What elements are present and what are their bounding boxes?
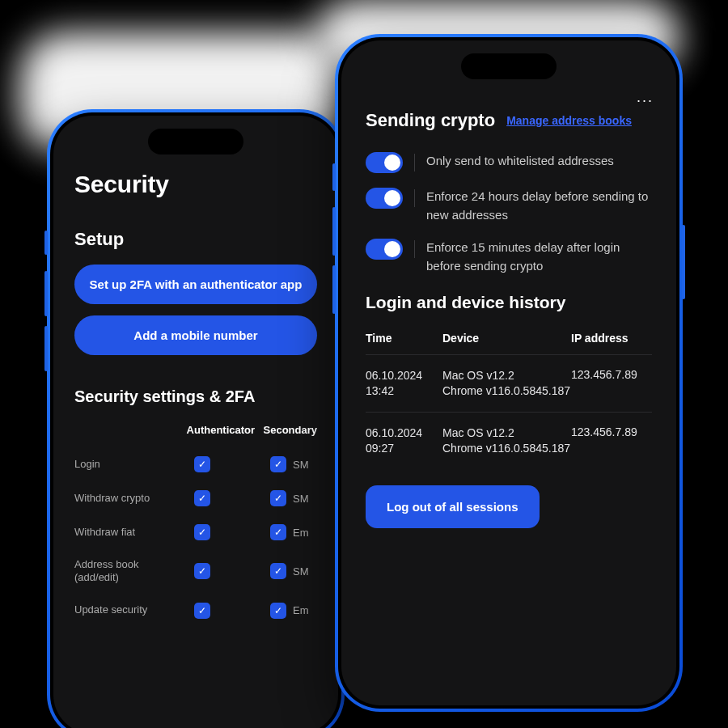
row-label: Withdraw crypto	[74, 492, 171, 505]
row-label: Address book (add/edit)	[74, 558, 171, 585]
history-row: 06.10.2024 09:27 Mac OS v12.2 Chrome v11…	[366, 413, 652, 469]
secondary-checkbox[interactable]: ✓	[270, 603, 286, 619]
authenticator-checkbox[interactable]: ✓	[194, 563, 210, 579]
secondary-checkbox[interactable]: ✓	[270, 490, 286, 506]
add-mobile-button[interactable]: Add a mobile number	[74, 315, 317, 355]
col-ip: IP address	[571, 332, 652, 345]
secondary-method: SM	[293, 565, 309, 578]
col-authenticator: Authenticator	[171, 424, 259, 436]
secondary-checkbox[interactable]: ✓	[270, 563, 286, 579]
section-heading-setup: Setup	[74, 229, 317, 250]
history-browser: Chrome v116.0.5845.187	[442, 442, 570, 455]
history-time: 13:42	[366, 384, 394, 397]
history-ip: 123.456.7.89	[571, 368, 652, 399]
divider	[414, 154, 415, 171]
toggle-label: Enforce 15 minutes delay after login bef…	[426, 239, 652, 275]
secondary-method: SM	[293, 493, 309, 505]
toggle-row: Only send to whitelisted addresses	[366, 152, 652, 173]
col-secondary: Secondary	[259, 424, 317, 436]
phone-frame-left: Security Setup Set up 2FA with an authen…	[47, 109, 345, 728]
manage-address-books-link[interactable]: Manage address books	[506, 114, 632, 127]
divider	[414, 189, 415, 207]
history-table-header: Time Device IP address	[366, 320, 652, 355]
phone-frame-right: ··· Sending crypto Manage address books …	[335, 34, 683, 712]
toggle-label: Enforce 24 hours delay before sending to…	[426, 188, 652, 224]
history-os: Mac OS v12.2	[442, 369, 514, 382]
table-row: Address book (add/edit) ✓ ✓SM	[74, 549, 317, 594]
section-heading-settings: Security settings & 2FA	[74, 387, 317, 406]
table-row: Login ✓ ✓SM	[74, 447, 317, 481]
row-label: Login	[74, 458, 171, 471]
history-browser: Chrome v116.0.5845.187	[442, 384, 570, 397]
secondary-method: Em	[293, 527, 309, 539]
more-icon[interactable]: ···	[637, 92, 654, 109]
history-os: Mac OS v12.2	[442, 426, 514, 439]
row-label: Update security	[74, 603, 171, 616]
section-heading-history: Login and device history	[366, 293, 652, 312]
secondary-checkbox[interactable]: ✓	[270, 456, 286, 472]
history-date: 06.10.2024	[366, 426, 422, 439]
secondary-method: SM	[293, 459, 309, 471]
col-device: Device	[442, 332, 571, 345]
history-row: 06.10.2024 13:42 Mac OS v12.2 Chrome v11…	[366, 355, 652, 413]
setup-2fa-button[interactable]: Set up 2FA with an authenticator app	[74, 265, 317, 304]
dynamic-island	[461, 53, 557, 79]
toggle-row: Enforce 24 hours delay before sending to…	[366, 188, 652, 224]
table-row: Withdraw fiat ✓ ✓Em	[74, 515, 317, 549]
authenticator-checkbox[interactable]: ✓	[194, 524, 210, 540]
toggle-row: Enforce 15 minutes delay after login bef…	[366, 239, 652, 275]
history-ip: 123.456.7.89	[571, 425, 652, 456]
secondary-method: Em	[293, 604, 309, 616]
secondary-checkbox[interactable]: ✓	[270, 524, 286, 540]
toggle-label: Only send to whitelisted addresses	[426, 152, 614, 171]
authenticator-checkbox[interactable]: ✓	[194, 490, 210, 506]
col-time: Time	[366, 332, 442, 345]
authenticator-checkbox[interactable]: ✓	[194, 456, 210, 472]
delay-15m-toggle[interactable]	[366, 239, 403, 260]
section-heading-sending: Sending crypto	[366, 110, 495, 131]
security-settings-table: Authenticator Secondary Login ✓ ✓SM With…	[74, 424, 317, 628]
dynamic-island	[148, 129, 243, 154]
divider	[414, 240, 415, 258]
authenticator-checkbox[interactable]: ✓	[194, 603, 210, 619]
whitelist-toggle[interactable]	[366, 152, 403, 173]
logout-all-sessions-button[interactable]: Log out of all sessions	[366, 485, 540, 528]
delay-24h-toggle[interactable]	[366, 188, 403, 209]
row-label: Withdraw fiat	[74, 526, 171, 539]
page-title: Security	[74, 171, 317, 198]
history-date: 06.10.2024	[366, 369, 422, 382]
table-row: Withdraw crypto ✓ ✓SM	[74, 481, 317, 515]
history-time: 09:27	[366, 442, 394, 455]
table-row: Update security ✓ ✓Em	[74, 594, 317, 628]
